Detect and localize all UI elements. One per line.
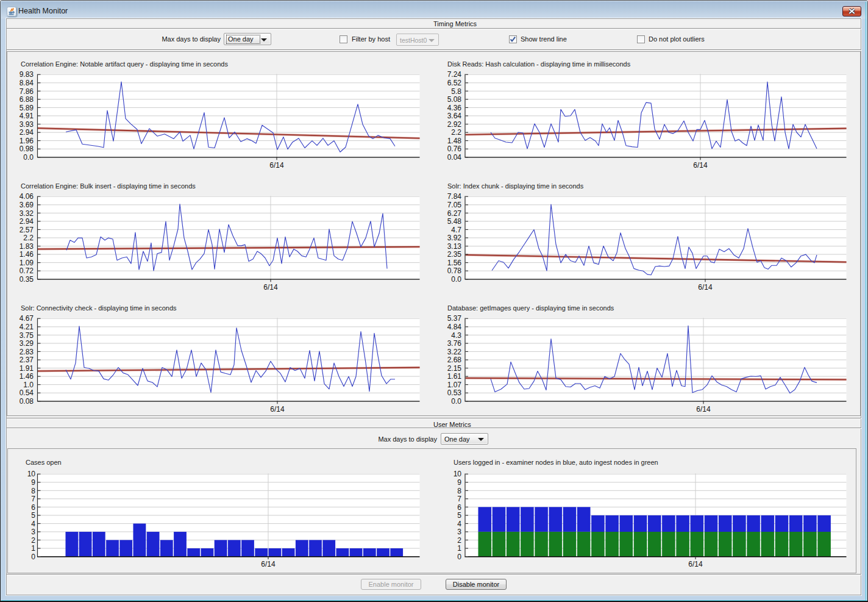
svg-text:4.21: 4.21 [20, 323, 34, 331]
svg-text:10: 10 [454, 470, 462, 478]
svg-text:4: 4 [457, 520, 461, 528]
svg-text:4.7: 4.7 [451, 226, 461, 234]
svg-text:5.08: 5.08 [447, 95, 462, 104]
svg-text:1.0: 1.0 [23, 381, 34, 389]
svg-text:0.54: 0.54 [20, 389, 34, 397]
svg-text:2.35: 2.35 [447, 250, 462, 259]
svg-text:0.35: 0.35 [20, 275, 34, 284]
svg-text:0.0: 0.0 [23, 153, 34, 162]
svg-text:5: 5 [457, 511, 461, 520]
svg-text:4: 4 [31, 520, 35, 528]
svg-text:1.96: 1.96 [20, 137, 34, 145]
svg-text:3.93: 3.93 [20, 120, 34, 129]
svg-text:6.27: 6.27 [447, 209, 462, 218]
svg-text:7.24: 7.24 [447, 70, 462, 79]
svg-text:6: 6 [31, 503, 35, 512]
svg-text:9: 9 [457, 478, 461, 487]
svg-text:2: 2 [31, 536, 35, 545]
svg-text:3.29: 3.29 [20, 339, 34, 348]
svg-text:4.36: 4.36 [447, 104, 462, 112]
svg-text:1.91: 1.91 [20, 364, 34, 373]
svg-text:5.37: 5.37 [447, 314, 462, 323]
svg-text:4.84: 4.84 [447, 323, 462, 331]
svg-text:6/14: 6/14 [696, 405, 711, 414]
svg-text:3.69: 3.69 [20, 201, 34, 209]
svg-text:2.92: 2.92 [447, 120, 462, 129]
svg-text:6/14: 6/14 [263, 283, 278, 292]
svg-text:6/14: 6/14 [693, 161, 708, 170]
svg-text:10: 10 [27, 470, 36, 478]
svg-text:Users logged in - examiner nod: Users logged in - examiner nodes in blue… [454, 459, 658, 466]
svg-text:6/14: 6/14 [698, 283, 713, 292]
svg-text:4.06: 4.06 [20, 192, 34, 201]
svg-text:6/14: 6/14 [261, 560, 276, 568]
svg-text:6/14: 6/14 [269, 161, 284, 170]
svg-text:Solr: Connectivity check - dis: Solr: Connectivity check - displaying ti… [21, 304, 177, 312]
svg-text:0.04: 0.04 [447, 153, 462, 162]
svg-text:0: 0 [457, 553, 461, 561]
svg-text:9: 9 [31, 478, 35, 487]
svg-text:2.83: 2.83 [20, 348, 34, 356]
svg-text:8.84: 8.84 [20, 79, 34, 87]
svg-text:Correlation Engine: Notable ar: Correlation Engine: Notable artifact que… [21, 60, 228, 68]
svg-text:2: 2 [457, 536, 461, 545]
svg-text:4.91: 4.91 [20, 112, 34, 120]
svg-text:8: 8 [31, 487, 35, 495]
svg-text:6/14: 6/14 [688, 560, 703, 568]
svg-text:0.78: 0.78 [447, 267, 462, 275]
svg-text:Disk Reads: Hash calculation -: Disk Reads: Hash calculation - displayin… [447, 60, 631, 68]
svg-text:9.83: 9.83 [20, 70, 34, 79]
svg-text:2.15: 2.15 [447, 364, 462, 373]
svg-text:3.64: 3.64 [447, 112, 462, 120]
svg-text:2.37: 2.37 [20, 356, 34, 364]
svg-text:Solr: Index chunk - displaying: Solr: Index chunk - displaying time in s… [447, 182, 584, 190]
svg-text:2.94: 2.94 [20, 128, 34, 137]
svg-text:6.88: 6.88 [20, 95, 34, 104]
svg-text:4.67: 4.67 [20, 314, 34, 323]
svg-text:5: 5 [31, 511, 35, 520]
svg-text:5.48: 5.48 [447, 217, 462, 226]
svg-text:6/14: 6/14 [270, 405, 285, 414]
svg-text:0.0: 0.0 [451, 275, 461, 284]
svg-text:3: 3 [31, 528, 35, 536]
svg-text:1.46: 1.46 [20, 372, 34, 381]
svg-text:3.32: 3.32 [20, 209, 34, 218]
svg-text:1: 1 [31, 544, 35, 553]
svg-text:1.07: 1.07 [447, 381, 462, 389]
svg-text:1: 1 [457, 544, 461, 553]
svg-text:3.13: 3.13 [447, 242, 462, 251]
svg-text:2.57: 2.57 [20, 226, 34, 234]
svg-text:0.0: 0.0 [451, 397, 461, 406]
svg-text:0.53: 0.53 [447, 389, 462, 397]
svg-text:7.86: 7.86 [20, 87, 34, 96]
svg-text:3.76: 3.76 [447, 339, 462, 348]
svg-text:0.76: 0.76 [447, 145, 462, 153]
svg-text:2.94: 2.94 [20, 217, 34, 226]
svg-text:Database: getImages query - di: Database: getImages query - displaying t… [447, 304, 614, 312]
svg-text:3.92: 3.92 [447, 234, 462, 242]
svg-text:8: 8 [457, 487, 461, 495]
svg-text:6.52: 6.52 [447, 79, 462, 87]
svg-text:2.68: 2.68 [447, 356, 462, 364]
svg-text:7.05: 7.05 [447, 201, 462, 209]
svg-text:2.2: 2.2 [451, 128, 461, 137]
svg-text:3: 3 [457, 528, 461, 536]
svg-text:3.75: 3.75 [20, 331, 34, 340]
svg-text:Correlation Engine: Bulk inser: Correlation Engine: Bulk insert - displa… [21, 182, 196, 190]
svg-text:0.98: 0.98 [20, 145, 34, 153]
svg-text:1.48: 1.48 [447, 137, 462, 145]
svg-text:5.89: 5.89 [20, 104, 34, 112]
svg-text:7.84: 7.84 [447, 192, 462, 201]
svg-text:0.08: 0.08 [20, 397, 34, 406]
svg-text:6: 6 [457, 503, 461, 512]
svg-text:3.22: 3.22 [447, 348, 462, 356]
svg-text:1.83: 1.83 [20, 242, 34, 251]
svg-text:1.46: 1.46 [20, 250, 34, 259]
svg-text:0.72: 0.72 [20, 267, 34, 275]
svg-text:5.8: 5.8 [451, 87, 461, 96]
svg-text:7: 7 [457, 495, 461, 503]
svg-text:1.56: 1.56 [447, 259, 462, 267]
svg-text:1.61: 1.61 [447, 372, 462, 381]
svg-text:0: 0 [31, 553, 35, 561]
svg-text:1.09: 1.09 [20, 259, 34, 267]
